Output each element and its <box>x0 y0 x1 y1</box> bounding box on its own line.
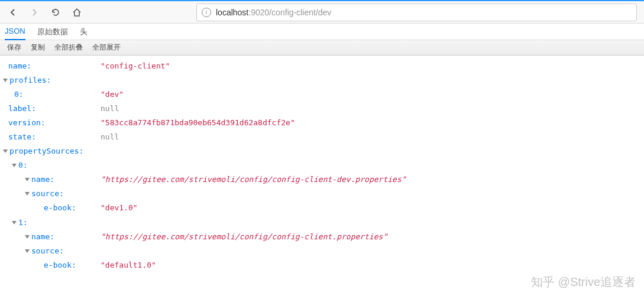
tab-headers[interactable]: 头 <box>80 24 88 40</box>
json-row-ps0-ebook: e-book: "dev1.0" <box>0 201 644 215</box>
json-row-ps0-source: source: <box>0 187 644 201</box>
json-row-profiles-0: 0: "dev" <box>0 87 644 102</box>
json-value: null <box>101 130 119 144</box>
main-tabs: JSON 原始数据 头 <box>0 24 644 40</box>
json-key[interactable]: source: <box>31 187 64 201</box>
watermark: 知乎 @Strive追逐者 <box>531 274 636 290</box>
url-bar[interactable]: i localhost:9020/config-client/dev <box>196 4 637 21</box>
json-key[interactable]: 0: <box>18 158 28 173</box>
json-key[interactable]: name: <box>31 173 54 187</box>
back-button[interactable] <box>5 4 21 21</box>
collapse-icon[interactable] <box>12 221 17 225</box>
json-key[interactable]: e-book: <box>44 258 76 272</box>
json-row-propertysources: propertySources: <box>0 144 644 158</box>
collapse-icon[interactable] <box>25 178 30 181</box>
json-row-ps1-name: name: "https://gitee.com/strivemoli/conf… <box>0 230 644 244</box>
collapse-icon[interactable] <box>25 249 30 253</box>
json-row-name: name: "config-client" <box>0 59 644 73</box>
expand-all-button[interactable]: 全部展开 <box>88 41 125 54</box>
json-value: "https://gitee.com/strivemoli/config/con… <box>101 230 387 244</box>
forward-button[interactable] <box>26 4 43 21</box>
json-row-ps-1: 1: <box>0 216 644 230</box>
json-row-ps0-name: name: "https://gitee.com/strivemoli/conf… <box>0 173 644 187</box>
json-key[interactable]: state: <box>8 130 36 144</box>
collapse-icon[interactable] <box>3 149 8 153</box>
json-key[interactable]: label: <box>8 102 36 116</box>
json-row-state: state: null <box>0 130 644 144</box>
home-button[interactable] <box>69 4 85 21</box>
tab-raw-data[interactable]: 原始数据 <box>37 24 68 40</box>
json-value: null <box>101 102 119 116</box>
collapse-icon[interactable] <box>3 79 8 82</box>
collapse-icon[interactable] <box>25 235 30 239</box>
reload-button[interactable] <box>47 4 64 21</box>
json-key[interactable]: source: <box>31 244 64 258</box>
url-text: localhost:9020/config-client/dev <box>216 8 331 17</box>
json-value: "config-client" <box>101 59 170 73</box>
tab-json[interactable]: JSON <box>5 24 25 40</box>
json-viewer: name: "config-client" profiles: 0: "dev"… <box>0 56 644 276</box>
json-value: "default1.0" <box>101 258 156 272</box>
json-key[interactable]: name: <box>31 230 54 244</box>
json-value: "583cc8a774fb871bda90eb654d391d62a8dfcf2… <box>101 116 295 130</box>
json-key[interactable]: profiles: <box>9 73 51 87</box>
json-key[interactable]: version: <box>8 116 46 130</box>
json-row-label: label: null <box>0 102 644 116</box>
collapse-icon[interactable] <box>12 164 17 167</box>
json-key[interactable]: propertySources: <box>9 144 83 158</box>
json-value: "dev" <box>101 87 124 102</box>
json-key[interactable]: e-book: <box>44 201 76 215</box>
json-row-profiles: profiles: <box>0 73 644 87</box>
save-button[interactable]: 保存 <box>2 41 26 54</box>
json-key[interactable]: name: <box>8 59 31 73</box>
json-value: "dev1.0" <box>101 201 138 215</box>
json-key[interactable]: 0: <box>14 87 24 102</box>
json-row-ps-0: 0: <box>0 158 644 173</box>
action-toolbar: 保存 复制 全部折叠 全部展开 <box>0 40 644 56</box>
json-key[interactable]: 1: <box>18 216 28 230</box>
browser-toolbar: i localhost:9020/config-client/dev <box>0 0 644 24</box>
json-row-ps1-ebook: e-book: "default1.0" <box>0 258 644 272</box>
json-row-ps1-source: source: <box>0 244 644 258</box>
copy-button[interactable]: 复制 <box>26 41 50 54</box>
collapse-icon[interactable] <box>25 192 30 196</box>
json-value: "https://gitee.com/strivemoli/config/con… <box>101 173 406 187</box>
json-row-version: version: "583cc8a774fb871bda90eb654d391d… <box>0 116 644 130</box>
info-icon: i <box>202 8 211 17</box>
collapse-all-button[interactable]: 全部折叠 <box>50 41 88 54</box>
